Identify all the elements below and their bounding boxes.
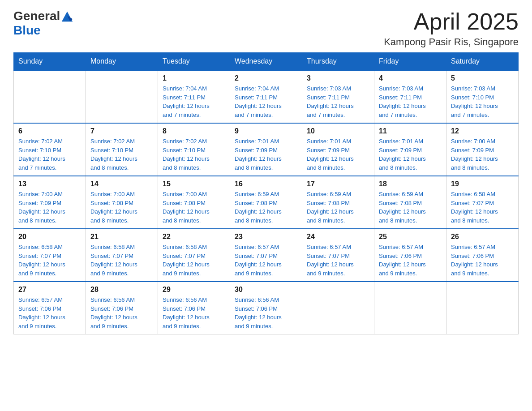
day-info: Sunrise: 7:00 AM Sunset: 7:08 PM Dayligh…: [163, 190, 225, 225]
day-cell-30: 30Sunrise: 6:56 AM Sunset: 7:06 PM Dayli…: [230, 282, 302, 334]
day-cell-21: 21Sunrise: 6:58 AM Sunset: 7:07 PM Dayli…: [86, 229, 158, 282]
day-number: 17: [307, 180, 369, 188]
week-row-1: 1Sunrise: 7:04 AM Sunset: 7:11 PM Daylig…: [14, 70, 519, 123]
day-number: 4: [379, 74, 442, 82]
day-number: 8: [163, 127, 225, 135]
day-cell-20: 20Sunrise: 6:58 AM Sunset: 7:07 PM Dayli…: [14, 229, 86, 282]
calendar-header-thursday: Thursday: [302, 53, 374, 71]
calendar-header-row: SundayMondayTuesdayWednesdayThursdayFrid…: [14, 53, 519, 71]
day-cell-12: 12Sunrise: 7:00 AM Sunset: 7:09 PM Dayli…: [446, 123, 519, 176]
day-cell-28: 28Sunrise: 6:56 AM Sunset: 7:06 PM Dayli…: [86, 282, 158, 334]
day-number: 16: [235, 180, 297, 188]
empty-cell: [14, 70, 86, 123]
day-cell-25: 25Sunrise: 6:57 AM Sunset: 7:06 PM Dayli…: [374, 229, 446, 282]
day-cell-17: 17Sunrise: 6:59 AM Sunset: 7:08 PM Dayli…: [302, 176, 374, 229]
day-number: 25: [379, 233, 442, 241]
calendar-header-wednesday: Wednesday: [230, 53, 302, 71]
week-row-4: 20Sunrise: 6:58 AM Sunset: 7:07 PM Dayli…: [14, 229, 519, 282]
week-row-5: 27Sunrise: 6:57 AM Sunset: 7:06 PM Dayli…: [14, 282, 519, 334]
day-info: Sunrise: 6:57 AM Sunset: 7:07 PM Dayligh…: [235, 243, 297, 278]
logo-general-text: General: [13, 9, 60, 23]
day-number: 11: [379, 127, 442, 135]
day-info: Sunrise: 6:56 AM Sunset: 7:06 PM Dayligh…: [235, 295, 297, 330]
day-info: Sunrise: 7:02 AM Sunset: 7:10 PM Dayligh…: [18, 137, 81, 172]
day-number: 7: [90, 127, 153, 135]
day-cell-26: 26Sunrise: 6:57 AM Sunset: 7:06 PM Dayli…: [446, 229, 519, 282]
day-info: Sunrise: 6:57 AM Sunset: 7:06 PM Dayligh…: [18, 295, 81, 330]
day-cell-27: 27Sunrise: 6:57 AM Sunset: 7:06 PM Dayli…: [14, 282, 86, 334]
day-info: Sunrise: 6:58 AM Sunset: 7:07 PM Dayligh…: [163, 243, 225, 278]
logo-icon: [61, 10, 73, 22]
day-number: 23: [235, 233, 297, 241]
day-info: Sunrise: 7:04 AM Sunset: 7:11 PM Dayligh…: [235, 84, 297, 119]
day-info: Sunrise: 7:01 AM Sunset: 7:09 PM Dayligh…: [379, 137, 442, 172]
page-header: General Blue April 2025 Kampong Pasir Ri…: [13, 9, 519, 48]
month-title: April 2025: [384, 9, 519, 34]
day-number: 28: [90, 286, 153, 294]
day-number: 9: [235, 127, 297, 135]
day-info: Sunrise: 6:56 AM Sunset: 7:06 PM Dayligh…: [90, 295, 153, 330]
day-cell-16: 16Sunrise: 6:59 AM Sunset: 7:08 PM Dayli…: [230, 176, 302, 229]
empty-cell: [302, 282, 374, 334]
day-cell-19: 19Sunrise: 6:58 AM Sunset: 7:07 PM Dayli…: [446, 176, 519, 229]
day-number: 3: [307, 74, 369, 82]
day-cell-11: 11Sunrise: 7:01 AM Sunset: 7:09 PM Dayli…: [374, 123, 446, 176]
day-cell-29: 29Sunrise: 6:56 AM Sunset: 7:06 PM Dayli…: [158, 282, 230, 334]
day-number: 15: [163, 180, 225, 188]
day-cell-14: 14Sunrise: 7:00 AM Sunset: 7:08 PM Dayli…: [86, 176, 158, 229]
day-number: 13: [18, 180, 81, 188]
day-number: 21: [90, 233, 153, 241]
week-row-2: 6Sunrise: 7:02 AM Sunset: 7:10 PM Daylig…: [14, 123, 519, 176]
empty-cell: [86, 70, 158, 123]
day-cell-22: 22Sunrise: 6:58 AM Sunset: 7:07 PM Dayli…: [158, 229, 230, 282]
day-info: Sunrise: 6:59 AM Sunset: 7:08 PM Dayligh…: [235, 190, 297, 225]
day-cell-8: 8Sunrise: 7:02 AM Sunset: 7:10 PM Daylig…: [158, 123, 230, 176]
day-cell-10: 10Sunrise: 7:01 AM Sunset: 7:09 PM Dayli…: [302, 123, 374, 176]
day-number: 2: [235, 74, 297, 82]
calendar-header-sunday: Sunday: [14, 53, 86, 71]
day-cell-24: 24Sunrise: 6:57 AM Sunset: 7:07 PM Dayli…: [302, 229, 374, 282]
day-cell-13: 13Sunrise: 7:00 AM Sunset: 7:09 PM Dayli…: [14, 176, 86, 229]
day-info: Sunrise: 7:02 AM Sunset: 7:10 PM Dayligh…: [90, 137, 153, 172]
week-row-3: 13Sunrise: 7:00 AM Sunset: 7:09 PM Dayli…: [14, 176, 519, 229]
day-cell-2: 2Sunrise: 7:04 AM Sunset: 7:11 PM Daylig…: [230, 70, 302, 123]
day-cell-15: 15Sunrise: 7:00 AM Sunset: 7:08 PM Dayli…: [158, 176, 230, 229]
day-number: 5: [451, 74, 514, 82]
day-number: 1: [163, 74, 225, 82]
day-cell-4: 4Sunrise: 7:03 AM Sunset: 7:11 PM Daylig…: [374, 70, 446, 123]
calendar-header-friday: Friday: [374, 53, 446, 71]
day-number: 18: [379, 180, 442, 188]
day-cell-5: 5Sunrise: 7:03 AM Sunset: 7:10 PM Daylig…: [446, 70, 519, 123]
day-number: 26: [451, 233, 514, 241]
calendar-table: SundayMondayTuesdayWednesdayThursdayFrid…: [13, 52, 519, 334]
empty-cell: [374, 282, 446, 334]
day-number: 12: [451, 127, 514, 135]
day-info: Sunrise: 6:59 AM Sunset: 7:08 PM Dayligh…: [307, 190, 369, 225]
day-number: 6: [18, 127, 81, 135]
day-info: Sunrise: 7:01 AM Sunset: 7:09 PM Dayligh…: [235, 137, 297, 172]
day-number: 27: [18, 286, 81, 294]
day-number: 29: [163, 286, 225, 294]
empty-cell: [446, 282, 519, 334]
day-info: Sunrise: 6:56 AM Sunset: 7:06 PM Dayligh…: [163, 295, 225, 330]
day-info: Sunrise: 6:57 AM Sunset: 7:06 PM Dayligh…: [451, 243, 514, 278]
day-number: 19: [451, 180, 514, 188]
day-info: Sunrise: 7:03 AM Sunset: 7:11 PM Dayligh…: [307, 84, 369, 119]
day-cell-23: 23Sunrise: 6:57 AM Sunset: 7:07 PM Dayli…: [230, 229, 302, 282]
day-cell-6: 6Sunrise: 7:02 AM Sunset: 7:10 PM Daylig…: [14, 123, 86, 176]
logo: General Blue: [13, 9, 73, 38]
title-section: April 2025 Kampong Pasir Ris, Singapore: [384, 9, 519, 48]
day-info: Sunrise: 6:57 AM Sunset: 7:07 PM Dayligh…: [307, 243, 369, 278]
calendar-header-tuesday: Tuesday: [158, 53, 230, 71]
day-info: Sunrise: 6:58 AM Sunset: 7:07 PM Dayligh…: [18, 243, 81, 278]
day-info: Sunrise: 7:02 AM Sunset: 7:10 PM Dayligh…: [163, 137, 225, 172]
day-cell-3: 3Sunrise: 7:03 AM Sunset: 7:11 PM Daylig…: [302, 70, 374, 123]
day-info: Sunrise: 7:00 AM Sunset: 7:09 PM Dayligh…: [451, 137, 514, 172]
day-info: Sunrise: 7:03 AM Sunset: 7:11 PM Dayligh…: [379, 84, 442, 119]
day-cell-1: 1Sunrise: 7:04 AM Sunset: 7:11 PM Daylig…: [158, 70, 230, 123]
day-info: Sunrise: 7:01 AM Sunset: 7:09 PM Dayligh…: [307, 137, 369, 172]
day-number: 22: [163, 233, 225, 241]
day-info: Sunrise: 7:03 AM Sunset: 7:10 PM Dayligh…: [451, 84, 514, 119]
calendar-header-monday: Monday: [86, 53, 158, 71]
logo-blue-text: Blue: [13, 23, 41, 38]
